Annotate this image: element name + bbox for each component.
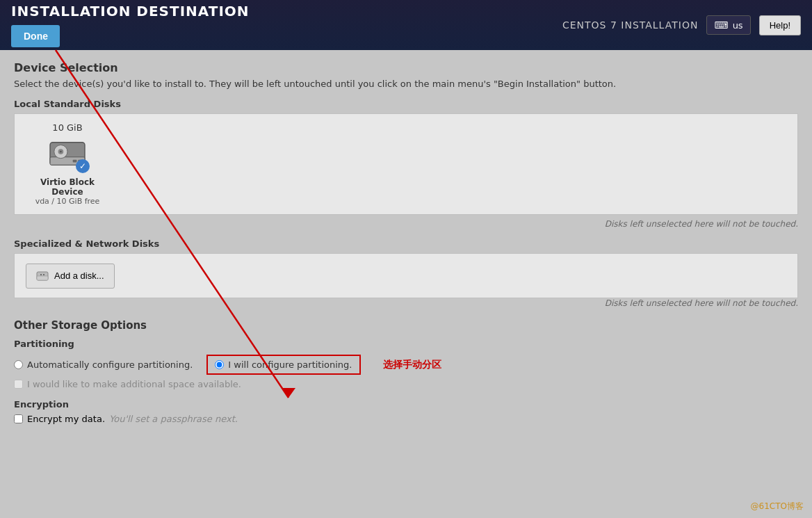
space-available-row: I would like to make additional space av… (14, 379, 798, 389)
partitioning-label: Partitioning (14, 339, 798, 349)
disk-icon-wrapper: ✓ (47, 137, 88, 172)
manual-partition-label: I will configure partitioning. (228, 359, 352, 370)
keyboard-icon: ⌨ (714, 19, 728, 31)
disk-selected-check: ✓ (76, 159, 90, 173)
network-disks-label: Specialized & Network Disks (14, 238, 798, 249)
disk-item[interactable]: 10 GiB (26, 122, 109, 206)
encrypt-checkbox[interactable] (14, 414, 23, 423)
svg-rect-10 (43, 274, 44, 275)
watermark: @61CTO博客 (751, 501, 804, 512)
disk-info: vda / 10 GiB free (35, 197, 100, 206)
annotation-text: 选择手动分区 (383, 359, 441, 371)
local-disks-area: 10 GiB (14, 113, 798, 215)
other-storage-title: Other Storage Options (14, 319, 798, 332)
device-selection-description: Select the device(s) you'd like to insta… (14, 79, 798, 89)
add-disk-icon (36, 270, 49, 282)
disk-name: Virtio Block Device (26, 177, 109, 197)
auto-partition-label: Automatically configure partitioning. (27, 359, 193, 370)
svg-rect-8 (37, 276, 48, 280)
partitioning-options: Automatically configure partitioning. I … (14, 355, 798, 375)
encrypt-note: You'll set a passphrase next. (109, 414, 238, 424)
manual-partition-box: I will configure partitioning. (206, 355, 360, 375)
manual-partition-radio[interactable] (215, 360, 224, 369)
network-disks-hint: Disks left unselected here will not be t… (14, 298, 798, 308)
header: INSTALLATION DESTINATION Done CENTOS 7 I… (0, 0, 812, 50)
manual-partition-option[interactable]: I will configure partitioning. (215, 359, 352, 370)
centos-title: CENTOS 7 INSTALLATION (562, 19, 698, 31)
encryption-label: Encryption (14, 399, 798, 410)
encrypt-row: Encrypt my data. You'll set a passphrase… (14, 414, 798, 424)
local-disks-label: Local Standard Disks (14, 99, 798, 109)
space-label: I would like to make additional space av… (27, 379, 241, 389)
done-button[interactable]: Done (11, 25, 60, 47)
keyboard-indicator[interactable]: ⌨ us (706, 15, 750, 35)
disk-size: 10 GiB (52, 122, 82, 133)
help-button[interactable]: Help! (759, 15, 801, 35)
content: Device Selection Select the device(s) yo… (0, 50, 812, 435)
auto-partition-option[interactable]: Automatically configure partitioning. (14, 359, 193, 370)
network-disks-area: Add a disk... (14, 253, 798, 298)
keyboard-lang: us (733, 20, 743, 31)
header-right: CENTOS 7 INSTALLATION ⌨ us Help! (562, 15, 801, 35)
svg-rect-9 (40, 274, 42, 275)
auto-partition-radio[interactable] (14, 360, 23, 369)
encrypt-label: Encrypt my data. (27, 414, 105, 424)
svg-point-4 (60, 151, 62, 153)
local-disks-hint: Disks left unselected here will not be t… (14, 219, 798, 229)
device-selection-title: Device Selection (14, 61, 798, 74)
device-selection-section: Device Selection Select the device(s) yo… (14, 61, 798, 308)
space-checkbox[interactable] (14, 380, 23, 389)
header-left: INSTALLATION DESTINATION Done (11, 3, 250, 47)
page-title: INSTALLATION DESTINATION (11, 3, 250, 19)
other-storage-section: Other Storage Options Partitioning Autom… (14, 319, 798, 424)
add-disk-button[interactable]: Add a disk... (26, 264, 115, 289)
add-disk-label: Add a disk... (54, 270, 104, 281)
